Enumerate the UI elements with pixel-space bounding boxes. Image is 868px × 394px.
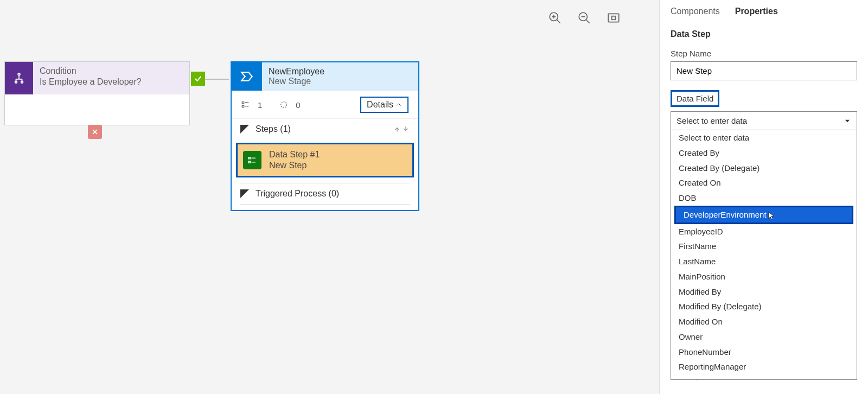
option-dob[interactable]: DOB	[671, 190, 857, 206]
collapse-icon[interactable]	[240, 125, 249, 134]
option-modified-on[interactable]: Modified On	[671, 314, 857, 329]
svg-point-16	[21, 81, 23, 84]
stage-node[interactable]: NewEmployee New Stage 1 0 Details Steps …	[231, 61, 419, 211]
option-created-by[interactable]: Created By	[671, 145, 857, 161]
tab-properties[interactable]: Properties	[735, 7, 778, 16]
svg-line-5	[586, 20, 590, 23]
data-field-select[interactable]: Select to enter data	[671, 111, 857, 130]
option-owner[interactable]: Owner	[671, 329, 857, 345]
svg-rect-8	[612, 16, 616, 20]
step-item[interactable]: Data Step #1 New Step	[236, 143, 414, 177]
stage-count-b: 0	[296, 100, 300, 110]
fit-to-screen-icon[interactable]	[607, 11, 621, 25]
zoom-out-icon[interactable]	[577, 11, 591, 25]
chevron-up-icon	[395, 101, 402, 108]
select-current-value: Select to enter data	[676, 116, 747, 125]
svg-rect-26	[248, 157, 250, 159]
option-firstname[interactable]: FirstName	[671, 239, 857, 254]
details-toggle[interactable]: Details	[360, 97, 409, 113]
condition-icon	[5, 62, 33, 94]
svg-line-1	[557, 20, 560, 23]
condition-node[interactable]: Condition Is Employee a Developer?	[4, 61, 190, 125]
panel-section-title: Data Step	[671, 29, 857, 39]
option-lastname[interactable]: LastName	[671, 254, 857, 269]
option-developerenvironment[interactable]: DeveloperEnvironment	[674, 206, 853, 224]
svg-point-9	[18, 73, 20, 75]
step-name-input[interactable]	[671, 61, 857, 80]
step-title: Data Step #1	[269, 150, 320, 160]
data-step-icon	[243, 151, 261, 169]
option-phonenumber[interactable]: PhoneNumber	[671, 345, 857, 360]
divider	[240, 204, 410, 205]
option-employeeid[interactable]: EmployeeID	[671, 224, 857, 239]
option-created-by-delegate-[interactable]: Created By (Delegate)	[671, 161, 857, 176]
svg-point-15	[15, 81, 17, 84]
cursor-icon	[767, 211, 776, 220]
svg-rect-28	[248, 161, 250, 163]
option-startingpay[interactable]: StartingPay	[671, 374, 857, 380]
option-modified-by-delegate-[interactable]: Modified By (Delegate)	[671, 299, 857, 314]
stage-title: NewEmployee	[269, 67, 412, 77]
steps-section-label: Steps (1)	[256, 124, 291, 134]
process-count-icon	[279, 100, 288, 109]
stage-icon	[232, 62, 262, 91]
option-created-on[interactable]: Created On	[671, 175, 857, 190]
triggered-process-label: Triggered Process (0)	[256, 189, 339, 199]
stage-count-a: 1	[258, 100, 262, 110]
zoom-in-icon[interactable]	[548, 11, 562, 25]
condition-body	[5, 94, 189, 125]
data-field-options[interactable]: Select to enter dataCreated ByCreated By…	[671, 130, 857, 380]
svg-rect-7	[608, 14, 619, 22]
steps-count-icon	[241, 100, 250, 109]
condition-true-badge[interactable]	[191, 72, 205, 86]
svg-point-23	[281, 102, 287, 108]
condition-title: Condition	[40, 66, 183, 76]
tab-components[interactable]: Components	[671, 7, 720, 16]
step-name-label: Step Name	[671, 49, 857, 58]
data-field-label: Data Field	[671, 90, 719, 107]
properties-panel: Components Properties Data Step Step Nam…	[659, 0, 868, 394]
reorder-arrows[interactable]	[393, 125, 410, 133]
arrow-down-icon	[402, 125, 410, 133]
stage-subtitle: New Stage	[269, 77, 412, 86]
connector-line	[205, 79, 229, 80]
condition-false-badge[interactable]	[88, 125, 102, 139]
option-modified-by[interactable]: Modified By	[671, 284, 857, 300]
condition-subtitle: Is Employee a Developer?	[40, 77, 183, 87]
option-mainposition[interactable]: MainPosition	[671, 269, 857, 284]
svg-rect-19	[242, 102, 244, 104]
chevron-down-icon	[844, 117, 851, 125]
arrow-up-icon	[393, 125, 401, 133]
option-select-to-enter-data[interactable]: Select to enter data	[671, 130, 857, 145]
svg-rect-21	[242, 105, 244, 107]
collapse-icon[interactable]	[240, 189, 249, 198]
option-reportingmanager[interactable]: ReportingManager	[671, 359, 857, 374]
step-subtitle: New Step	[269, 161, 320, 170]
